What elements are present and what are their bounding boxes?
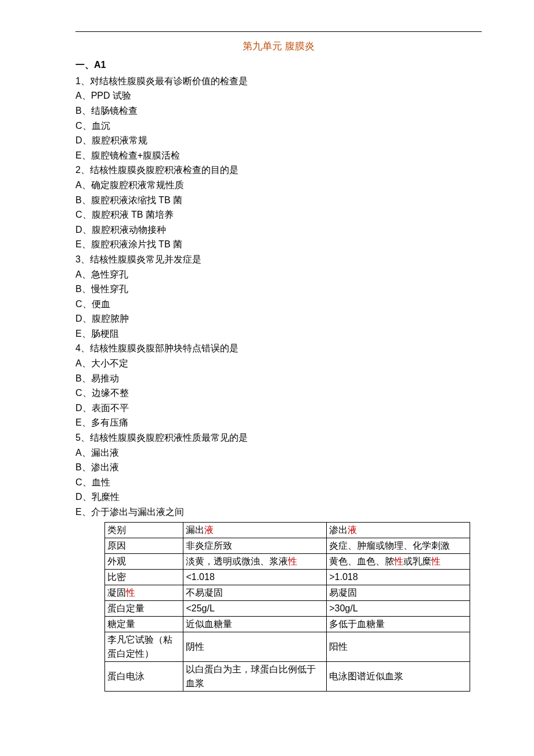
table-row: 蛋白定量<25g/L>30g/L <box>105 600 470 616</box>
data-cell: 漏出液 <box>183 522 327 538</box>
question-option: C、便血 <box>75 297 482 312</box>
question-option: C、边缘不整 <box>75 386 482 401</box>
data-cell: >1.018 <box>327 569 470 585</box>
table-row: 糖定量近似血糖量多低于血糖量 <box>105 616 470 632</box>
data-cell: 电泳图谱近似血浆 <box>327 661 470 691</box>
unit-title: 第九单元 腹膜炎 <box>75 38 482 54</box>
question-stem: 3、结核性腹膜炎常见并发症是 <box>75 252 482 267</box>
question-stem: 5、结核性腹膜炎腹腔积液性质最常见的是 <box>75 430 482 445</box>
question-option: E、多有压痛 <box>75 415 482 430</box>
data-cell: 淡黄，透明或微浊、浆液性 <box>183 553 327 569</box>
data-cell: 炎症、肿瘤或物理、化学刺激 <box>327 538 470 553</box>
comparison-table: 类别漏出液渗出液原因非炎症所致炎症、肿瘤或物理、化学刺激外观淡黄，透明或微浊、浆… <box>104 522 470 692</box>
question-option: A、PPD 试验 <box>75 88 482 103</box>
table-row: 外观淡黄，透明或微浊、浆液性黄色、血色、脓性或乳糜性 <box>105 553 470 569</box>
row-label-cell: 外观 <box>105 553 183 569</box>
question-option: D、表面不平 <box>75 401 482 416</box>
row-label-cell: 蛋白电泳 <box>105 661 183 691</box>
question-option: D、乳糜性 <box>75 489 482 505</box>
question-option: B、腹腔积液浓缩找 TB 菌 <box>75 193 482 208</box>
data-cell: <25g/L <box>183 600 327 616</box>
table-row: 凝固性不易凝固易凝固 <box>105 585 470 600</box>
header-rule <box>75 31 482 32</box>
question-option: B、渗出液 <box>75 460 482 475</box>
row-label-cell: 蛋白定量 <box>105 600 183 616</box>
section-heading: 一、A1 <box>75 57 482 73</box>
question-option: A、急性穿孔 <box>75 267 482 282</box>
data-cell: >30g/L <box>327 600 470 616</box>
question-option: C、血沉 <box>75 118 482 134</box>
question-option: C、血性 <box>75 475 482 490</box>
question-option: A、大小不定 <box>75 356 482 371</box>
row-label-cell: 李凡它试验（粘蛋白定性） <box>105 632 183 661</box>
table-row: 原因非炎症所致炎症、肿瘤或物理、化学刺激 <box>105 538 470 553</box>
question-list: 1、对结核性腹膜炎最有诊断价值的检查是A、PPD 试验B、结肠镜检查C、血沉D、… <box>75 74 482 520</box>
data-cell: <1.018 <box>183 569 327 585</box>
table-row: 类别漏出液渗出液 <box>105 522 470 538</box>
table-row: 李凡它试验（粘蛋白定性）阴性阳性 <box>105 632 470 661</box>
table-row: 蛋白电泳以白蛋白为主，球蛋白比例低于血浆电泳图谱近似血浆 <box>105 661 470 691</box>
question-option: E、介于渗出与漏出液之间 <box>75 505 482 520</box>
data-cell: 阴性 <box>183 632 327 661</box>
question-option: E、腹腔镜检查+腹膜活检 <box>75 148 482 163</box>
question-option: A、确定腹腔积液常规性质 <box>75 178 482 193</box>
row-label-cell: 糖定量 <box>105 616 183 632</box>
data-cell: 易凝固 <box>327 585 470 600</box>
row-label-cell: 比密 <box>105 569 183 585</box>
question-option: B、结肠镜检查 <box>75 103 482 118</box>
row-label-cell: 原因 <box>105 538 183 553</box>
question-option: D、腹腔积液常规 <box>75 133 482 148</box>
data-cell: 以白蛋白为主，球蛋白比例低于血浆 <box>183 661 327 691</box>
question-option: B、慢性穿孔 <box>75 282 482 297</box>
data-cell: 不易凝固 <box>183 585 327 600</box>
question-option: D、腹腔脓肿 <box>75 311 482 326</box>
data-cell: 多低于血糖量 <box>327 616 470 632</box>
data-cell: 非炎症所致 <box>183 538 327 553</box>
question-stem: 2、结核性腹膜炎腹腔积液检查的目的是 <box>75 163 482 178</box>
question-option: E、肠梗阻 <box>75 326 482 341</box>
question-stem: 1、对结核性腹膜炎最有诊断价值的检查是 <box>75 74 482 89</box>
row-label-cell: 类别 <box>105 522 183 538</box>
row-label-cell: 凝固性 <box>105 585 183 600</box>
data-cell: 近似血糖量 <box>183 616 327 632</box>
question-option: B、易推动 <box>75 371 482 386</box>
question-option: C、腹腔积液 TB 菌培养 <box>75 207 482 222</box>
table-row: 比密<1.018>1.018 <box>105 569 470 585</box>
question-option: E、腹腔积液涂片找 TB 菌 <box>75 237 482 252</box>
question-option: A、漏出液 <box>75 445 482 460</box>
data-cell: 渗出液 <box>327 522 470 538</box>
document-page: 第九单元 腹膜炎 一、A1 1、对结核性腹膜炎最有诊断价值的检查是A、PPD 试… <box>0 0 534 756</box>
data-cell: 阳性 <box>327 632 470 661</box>
question-option: D、腹腔积液动物接种 <box>75 222 482 237</box>
question-stem: 4、结核性腹膜炎腹部肿块特点错误的是 <box>75 341 482 356</box>
data-cell: 黄色、血色、脓性或乳糜性 <box>327 553 470 569</box>
